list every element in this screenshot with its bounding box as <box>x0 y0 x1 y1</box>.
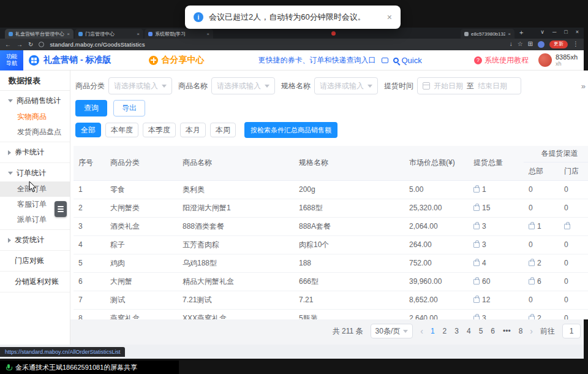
search-button[interactable]: 查询 <box>75 100 107 116</box>
sidebar-item[interactable]: 分销返利对账 <box>0 273 70 290</box>
function-nav-button[interactable]: 功能导航 <box>0 50 23 71</box>
page-number[interactable]: 1 <box>431 327 435 335</box>
maximize-button[interactable] <box>564 29 567 35</box>
tab-search-icon[interactable] <box>540 29 545 35</box>
pickup-count: 6 <box>537 277 541 286</box>
sidebar-item[interactable]: 门店对账 <box>0 253 70 269</box>
cell-no: 1 <box>74 180 105 199</box>
reload-button[interactable] <box>28 42 33 48</box>
pickup-bag-icon <box>473 224 480 229</box>
table-row[interactable]: 3酒类礼盒888酒类套餐888A套餐2,064.0031 <box>74 217 588 235</box>
page-number[interactable]: 4 <box>467 327 471 335</box>
page-number[interactable]: 6 <box>491 327 495 335</box>
sidebar-item[interactable]: 发货统计 <box>0 232 70 248</box>
pickup-bag-icon <box>529 279 535 284</box>
page-number[interactable]: 5 <box>479 327 483 335</box>
page-number[interactable]: 3 <box>454 327 459 335</box>
cell-amount: 2,064.00 <box>404 217 469 235</box>
cell-no: 3 <box>74 217 105 235</box>
prev-page-button[interactable] <box>420 327 423 335</box>
cell-no: 5 <box>74 254 105 272</box>
column-header: 提货总量 <box>469 146 524 180</box>
toast-close-icon[interactable] <box>387 12 392 22</box>
table-row[interactable]: 4粽子五芳斋肉粽肉粽10个264.00300 <box>74 235 588 254</box>
promo-link[interactable]: 更快捷的券卡、订单和快递查询入口 <box>258 55 375 66</box>
pickup-bag-icon <box>529 224 535 229</box>
sidebar-item-label: 商品销售统计 <box>17 96 61 106</box>
pickup-bag-icon <box>473 187 480 193</box>
table-row[interactable]: 7测试7.21测试7.218,652.001200 <box>74 291 588 309</box>
user-info[interactable]: 8385xh xh <box>556 53 578 67</box>
page-size-select[interactable]: 30条/页 <box>371 324 413 338</box>
browser-tab[interactable]: 系统帮助|学习 <box>145 29 213 39</box>
pickup-count: 2 <box>537 259 541 267</box>
quick-tab[interactable]: 本季度 <box>143 123 176 137</box>
status-link-preview: https://standard.maboy.cn/AllOrderStatis… <box>0 347 125 357</box>
tab-close-icon[interactable] <box>508 31 511 37</box>
table-row[interactable]: 5鸡肉乌鸡188型188752.00420 <box>74 254 588 272</box>
date-range-picker[interactable]: 开始日期至结束日期 <box>417 77 521 94</box>
browser-tab[interactable]: e8c573980b1328a258fd2e6i <box>461 29 514 39</box>
collapse-filters-button[interactable] <box>581 82 586 91</box>
next-page-button[interactable] <box>530 327 533 335</box>
table-row[interactable]: 6大闸蟹精品大闸蟹礼盒666型39,960.006060 <box>74 272 588 291</box>
back-button[interactable] <box>5 42 11 48</box>
browser-profile-avatar[interactable] <box>538 41 545 48</box>
chevron-icon <box>8 99 13 102</box>
tab-close-icon[interactable] <box>137 31 140 37</box>
browser-menu-icon[interactable] <box>573 41 579 47</box>
tab-close-icon[interactable] <box>67 31 70 37</box>
table-row[interactable]: 1零食奥利奥200g5.00100 <box>74 180 588 199</box>
column-subheader: 总部 <box>524 162 559 180</box>
quick-tab[interactable]: 全部 <box>75 123 101 137</box>
column-header: 商品分类 <box>105 146 178 180</box>
sidebar-subitem[interactable]: 实物商品 <box>0 109 70 124</box>
sidebar-section: 发货统计 <box>0 230 70 251</box>
card-icon <box>382 58 388 63</box>
cell-amount: 752.00 <box>404 254 469 272</box>
window-close-button[interactable] <box>576 29 579 35</box>
extensions-icon[interactable] <box>528 41 533 47</box>
filter-placeholder: 请选择或输入 <box>114 81 159 91</box>
new-tab-button[interactable] <box>519 29 523 36</box>
cell-category: 大闸蟹类 <box>105 199 178 217</box>
sidebar-item[interactable]: 订单统计 <box>0 165 70 181</box>
table-row[interactable]: 2大闸蟹类阳澄湖大闸蟹11688型25,320.001500 <box>74 199 588 217</box>
export-button[interactable]: 导出 <box>113 100 145 116</box>
cell-spec: 1688型 <box>294 199 404 217</box>
floating-menu-handle[interactable] <box>55 201 67 217</box>
filter-placeholder: 请选择或输入 <box>320 81 365 91</box>
pickup-bag-icon <box>473 242 480 248</box>
quick-search-link[interactable]: Quick <box>401 56 421 65</box>
minimize-button[interactable] <box>552 29 556 35</box>
table-row[interactable]: 8燕窝礼盒XXX燕窝礼盒5瓶装2,640.00320 <box>74 309 588 319</box>
bookmark-star-icon[interactable] <box>518 41 523 47</box>
sidebar-item[interactable]: 商品销售统计 <box>0 93 70 109</box>
quick-tab[interactable]: 本年度 <box>105 123 138 137</box>
share-center-link[interactable]: 合分享中心 <box>161 55 204 66</box>
quick-tab[interactable]: 本周 <box>210 123 236 137</box>
site-info-icon[interactable] <box>39 42 44 47</box>
update-badge[interactable]: 更新 <box>549 40 568 48</box>
address-bar[interactable]: standard.maboy.cn/GoodsStatistics <box>50 41 145 48</box>
sidebar-item[interactable]: 券卡统计 <box>0 144 70 161</box>
goto-page-input[interactable]: 1 <box>562 324 581 338</box>
browser-tab[interactable]: 门店管理中心 <box>75 29 143 39</box>
filter-select[interactable]: 请选择或输入 <box>108 77 172 94</box>
forward-button[interactable] <box>17 42 23 48</box>
filter-select[interactable]: 请选择或输入 <box>314 77 378 94</box>
page-number[interactable]: 2 <box>443 327 447 335</box>
tab-close-icon[interactable] <box>206 31 209 37</box>
page-number[interactable]: ••• <box>503 327 511 335</box>
sidebar-subitem[interactable]: 发货商品盘点 <box>0 124 70 140</box>
username: 8385xh <box>556 53 578 61</box>
quick-tab[interactable]: 本月 <box>180 123 206 137</box>
page-number[interactable]: 8 <box>519 327 523 335</box>
browser-tab[interactable]: 礼盒营销平台管理中心 <box>5 29 74 39</box>
download-icon[interactable] <box>510 41 513 47</box>
user-avatar[interactable] <box>538 53 552 67</box>
pickup-count: 3 <box>482 222 486 231</box>
summary-button[interactable]: 按检索条件汇总商品销售额 <box>244 122 337 138</box>
tutorial-link[interactable]: 系统使用教程 <box>484 55 529 66</box>
filter-select[interactable]: 请选择或输入 <box>211 77 275 94</box>
